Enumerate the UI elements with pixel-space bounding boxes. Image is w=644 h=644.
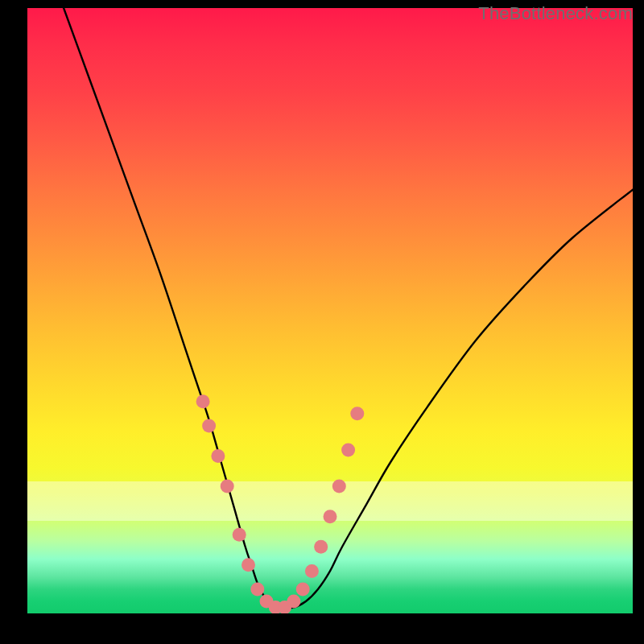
- data-marker: [211, 449, 225, 463]
- data-marker: [250, 582, 264, 596]
- marker-layer: [196, 394, 365, 613]
- data-marker: [341, 444, 355, 457]
- data-marker: [305, 564, 319, 578]
- watermark-text: TheBottleneck.com: [478, 3, 633, 24]
- chart-stage: TheBottleneck.com: [0, 0, 644, 644]
- data-marker: [202, 419, 216, 432]
- data-marker: [196, 394, 210, 408]
- plot-area: [27, 8, 633, 613]
- data-marker: [233, 528, 246, 542]
- data-marker: [324, 510, 337, 523]
- data-marker: [314, 540, 328, 554]
- data-marker: [242, 558, 255, 572]
- data-marker: [296, 582, 310, 596]
- data-marker: [287, 595, 300, 609]
- data-marker: [350, 407, 364, 420]
- data-marker: [221, 480, 234, 493]
- data-marker: [332, 480, 346, 493]
- bottleneck-curve: [64, 8, 633, 608]
- chart-svg: [27, 8, 633, 613]
